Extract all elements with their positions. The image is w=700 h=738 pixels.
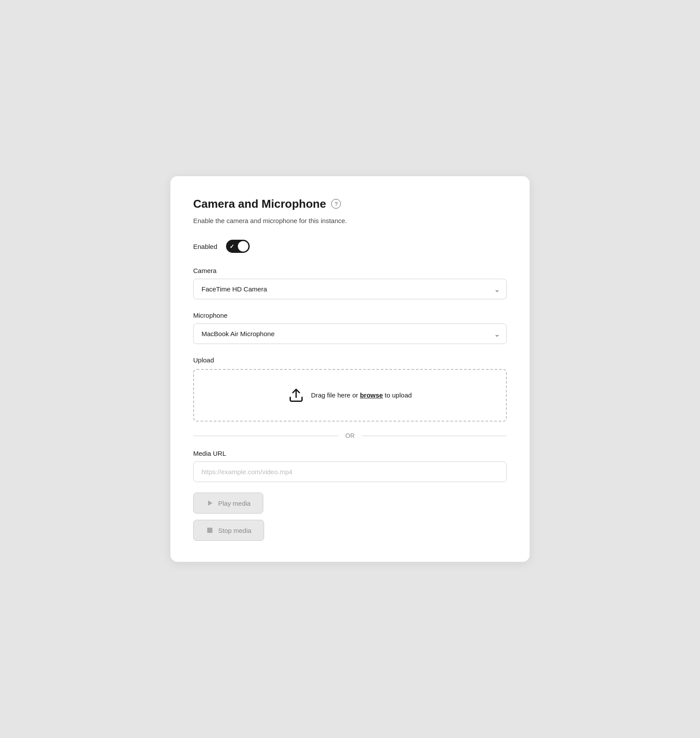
help-icon[interactable]: ? <box>331 199 341 209</box>
or-text: OR <box>346 432 355 439</box>
or-divider: OR <box>193 432 507 439</box>
page-title: Camera and Microphone <box>193 197 326 211</box>
microphone-select-wrapper: MacBook Air Microphone ⌄ <box>193 323 507 344</box>
upload-icon <box>288 387 304 403</box>
upload-text: Drag file here or browse to upload <box>311 390 412 401</box>
browse-link[interactable]: browse <box>360 391 383 399</box>
microphone-select[interactable]: MacBook Air Microphone <box>193 323 507 344</box>
upload-label: Upload <box>193 356 507 364</box>
upload-dropzone[interactable]: Drag file here or browse to upload <box>193 369 507 422</box>
toggle-track: ✓ <box>226 240 250 253</box>
play-media-label: Play media <box>218 500 251 507</box>
enabled-label: Enabled <box>193 243 217 250</box>
media-url-label: Media URL <box>193 450 507 457</box>
card-description: Enable the camera and microphone for thi… <box>193 216 507 226</box>
microphone-label: Microphone <box>193 312 507 319</box>
camera-microphone-card: Camera and Microphone ? Enable the camer… <box>170 176 530 562</box>
toggle-checkmark: ✓ <box>230 243 234 250</box>
camera-select-wrapper: FaceTime HD Camera ⌄ <box>193 279 507 299</box>
or-line-right <box>362 436 507 436</box>
enabled-toggle[interactable]: ✓ <box>226 240 250 253</box>
stop-media-button[interactable]: Stop media <box>193 520 264 541</box>
or-line-left <box>193 436 339 436</box>
media-url-input[interactable] <box>193 461 507 482</box>
play-media-button[interactable]: Play media <box>193 493 263 514</box>
card-header: Camera and Microphone ? <box>193 197 507 211</box>
stop-media-label: Stop media <box>218 527 251 534</box>
camera-label: Camera <box>193 267 507 274</box>
play-icon <box>206 499 214 507</box>
toggle-thumb <box>238 241 248 252</box>
enabled-row: Enabled ✓ <box>193 240 507 253</box>
stop-icon <box>206 526 214 534</box>
camera-select[interactable]: FaceTime HD Camera <box>193 279 507 299</box>
buttons-row: Play media Stop media <box>193 493 507 541</box>
svg-rect-2 <box>207 528 212 533</box>
svg-marker-1 <box>208 500 212 506</box>
